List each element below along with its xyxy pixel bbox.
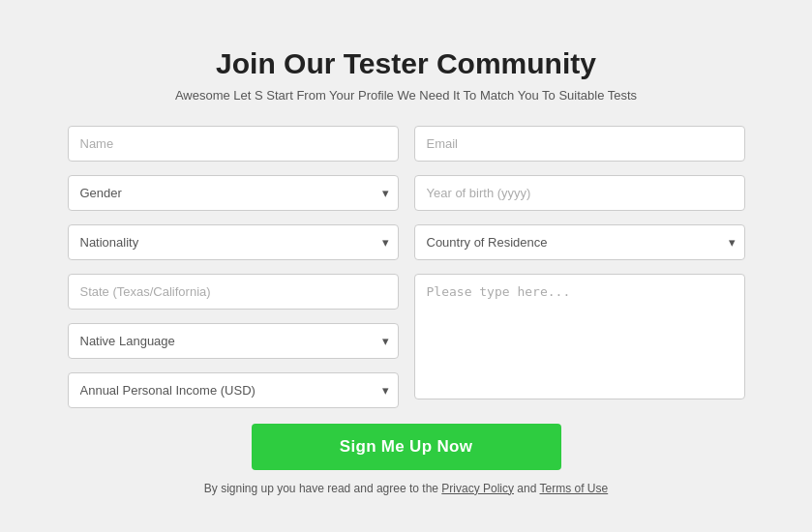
terms-prefix: By signing up you have read and agree to… — [204, 482, 442, 495]
year-of-birth-col — [414, 175, 745, 211]
form-area: Gender Male Female Other Nationality Ame… — [68, 126, 745, 495]
country-of-residence-select[interactable]: Country of Residence USA UK Other — [414, 224, 745, 260]
privacy-policy-link[interactable]: Privacy Policy — [441, 482, 514, 495]
nationality-select[interactable]: Nationality American British Other — [68, 224, 399, 260]
state-input[interactable] — [68, 274, 399, 310]
native-language-col: Native Language English Spanish French O… — [68, 323, 399, 359]
gender-col: Gender Male Female Other — [68, 175, 399, 211]
gender-select[interactable]: Gender Male Female Other — [68, 175, 399, 211]
name-input[interactable] — [68, 126, 399, 162]
submit-button[interactable]: Sign Me Up Now — [252, 424, 561, 470]
page-title: Join Our Tester Community — [19, 47, 793, 80]
native-language-select[interactable]: Native Language English Spanish French O… — [68, 323, 399, 359]
terms-text: By signing up you have read and agree to… — [68, 482, 745, 495]
nationality-col: Nationality American British Other — [68, 224, 399, 260]
textarea-col — [414, 274, 745, 408]
terms-of-use-link[interactable]: Terms of Use — [540, 482, 609, 495]
page-container: Join Our Tester Community Awesome Let S … — [0, 18, 812, 515]
terms-and: and — [514, 482, 539, 495]
left-col: Native Language English Spanish French O… — [68, 274, 399, 408]
notes-textarea[interactable] — [414, 274, 745, 399]
name-col — [68, 126, 399, 162]
annual-income-col: Annual Personal Income (USD) Under $20,0… — [68, 372, 399, 408]
form-row-2: Gender Male Female Other — [68, 175, 745, 211]
country-of-residence-col: Country of Residence USA UK Other — [414, 224, 745, 260]
page-header: Join Our Tester Community Awesome Let S … — [19, 47, 793, 103]
email-col — [414, 126, 745, 162]
annual-income-select[interactable]: Annual Personal Income (USD) Under $20,0… — [68, 372, 399, 408]
email-input[interactable] — [414, 126, 745, 162]
year-of-birth-input[interactable] — [414, 175, 745, 211]
form-row-3: Nationality American British Other Count… — [68, 224, 745, 260]
form-row-4: Native Language English Spanish French O… — [68, 274, 745, 408]
page-subtitle: Awesome Let S Start From Your Profile We… — [19, 88, 793, 103]
submit-area: Sign Me Up Now — [68, 424, 745, 470]
form-row-1 — [68, 126, 745, 162]
